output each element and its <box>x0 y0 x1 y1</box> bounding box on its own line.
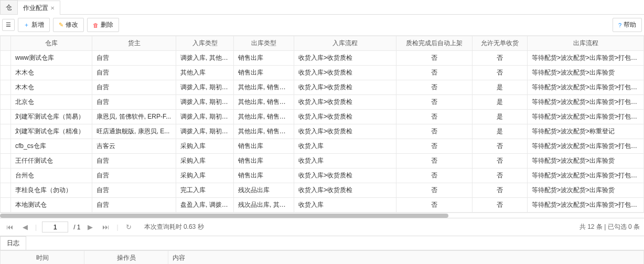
cell-out-type: 销售出库 <box>234 66 294 80</box>
cell-warehouse: 木木仓 <box>11 80 92 95</box>
cell-out-flow: 等待配货>波次配货>出库验货 <box>528 183 644 198</box>
cell-warehouse: 刘建军测试仓库（简易） <box>11 110 92 124</box>
table-row[interactable]: 刘建军测试仓库（简易）康恩贝, 笛佛软件, ERP-F...调拨入库, 期初库.… <box>1 110 644 124</box>
delete-button[interactable]: 🗑 删除 <box>87 18 119 32</box>
table-row[interactable]: www测试仓库自营调拨入库, 其他入库销售出库收货入库>收货质检否否等待配货>波… <box>1 51 644 66</box>
row-handle[interactable] <box>1 95 11 110</box>
cell-in-type: 调拨入库, 期初库... <box>176 124 234 139</box>
log-col-operator[interactable]: 操作员 <box>84 251 168 265</box>
last-page-icon[interactable]: ⏭ <box>100 223 111 231</box>
row-handle[interactable] <box>1 51 11 66</box>
cell-out-flow: 等待配货>波次配货>出库验货>打包登记 <box>528 198 644 213</box>
tab-warehouse[interactable]: 仓 <box>0 0 18 14</box>
col-in-flow[interactable]: 入库流程 <box>294 36 396 51</box>
cell-in-flow: 收货入库 <box>294 139 396 154</box>
scroll-thumb[interactable] <box>0 214 448 218</box>
table-row[interactable]: 木木仓自营其他入库销售出库收货入库>收货质检否否等待配货>波次配货>出库验货 <box>1 66 644 80</box>
table-row[interactable]: 王仟仟测试仓自营采购入库销售出库收货入库否否等待配货>波次配货>出库验货 <box>1 154 644 168</box>
table-row[interactable]: 木木仓自营调拨入库, 期初库...其他出库, 销售出...收货入库>收货质检否是… <box>1 80 644 95</box>
cell-in-type: 调拨入库, 其他入库 <box>176 51 234 66</box>
btn-label: 修改 <box>66 20 78 29</box>
add-button[interactable]: ＋ 新增 <box>18 18 50 32</box>
row-handle[interactable] <box>1 154 11 168</box>
table-row[interactable]: 李桂良仓库（勿动）自营完工入库残次品出库收货入库>收货质检否否等待配货>波次配货… <box>1 183 644 198</box>
cell-in-flow: 收货入库>收货质检 <box>294 95 396 110</box>
col-out-type[interactable]: 出库类型 <box>234 36 294 51</box>
cell-out-type: 销售出库 <box>234 168 294 183</box>
cell-allow: 是 <box>473 124 528 139</box>
col-checkbox[interactable] <box>1 36 11 51</box>
cell-in-flow: 收货入库 <box>294 198 396 213</box>
cell-warehouse: cfb_cs仓库 <box>11 139 92 154</box>
row-handle[interactable] <box>1 198 11 213</box>
cell-out-flow: 等待配货>波次配货>称重登记 <box>528 124 644 139</box>
table-row[interactable]: 北京仓自营调拨入库, 期初库...其他出库, 销售出...收货入库>收货质检否是… <box>1 95 644 110</box>
btn-label: 帮助 <box>624 20 636 29</box>
cell-out-flow: 等待配货>波次配货>出库验货>打包登记 <box>528 110 644 124</box>
tab-log[interactable]: 日志 <box>0 236 26 250</box>
cell-auto: 否 <box>396 66 473 80</box>
cell-warehouse: 本地测试仓 <box>11 198 92 213</box>
cell-in-flow: 收货入库>收货质检 <box>294 110 396 124</box>
cell-out-flow: 等待配货>波次配货>出库验货>打包登记 <box>528 139 644 154</box>
cell-allow: 否 <box>473 66 528 80</box>
pencil-icon: ✎ <box>59 22 63 28</box>
row-handle[interactable] <box>1 80 11 95</box>
btn-label: 新增 <box>31 20 44 29</box>
cell-warehouse: 王仟仟测试仓 <box>11 154 92 168</box>
col-warehouse[interactable]: 仓库 <box>11 36 92 51</box>
cell-owner: 自营 <box>92 168 176 183</box>
cell-out-flow: 等待配货>波次配货>出库验货>打包登记 <box>528 168 644 183</box>
horizontal-scrollbar[interactable] <box>0 213 644 218</box>
cell-auto: 否 <box>396 95 473 110</box>
row-handle[interactable] <box>1 124 11 139</box>
row-handle[interactable] <box>1 110 11 124</box>
table-row[interactable]: 刘建军测试仓库（精准）旺店通旗舰版, 康恩贝, E...调拨入库, 期初库...… <box>1 124 644 139</box>
cell-out-flow: 等待配货>波次配货>出库验货 <box>528 66 644 80</box>
col-auto-shelf[interactable]: 质检完成后自动上架 <box>396 36 473 51</box>
close-icon[interactable]: ✕ <box>50 5 55 11</box>
log-header-row: 时间 操作员 内容 <box>1 251 644 265</box>
table-row[interactable]: 本地测试仓自营盘盈入库, 调拨入...残次品出库, 其他...收货入库否否等待配… <box>1 198 644 213</box>
row-handle[interactable] <box>1 183 11 198</box>
menu-icon: ☰ <box>6 22 11 28</box>
menu-button[interactable]: ☰ <box>2 19 15 31</box>
row-handle[interactable] <box>1 139 11 154</box>
refresh-icon[interactable]: ↻ <box>124 223 134 231</box>
main-table: 仓库 货主 入库类型 出库类型 入库流程 质检完成后自动上架 允许无单收货 出库… <box>0 36 644 213</box>
cell-owner: 自营 <box>92 183 176 198</box>
row-handle[interactable] <box>1 168 11 183</box>
cell-in-flow: 收货入库>收货质检 <box>294 80 396 95</box>
table-row[interactable]: cfb_cs仓库吉客云采购入库销售出库收货入库否否等待配货>波次配货>出库验货>… <box>1 139 644 154</box>
help-button[interactable]: ? 帮助 <box>613 18 642 32</box>
cell-in-type: 其他入库 <box>176 66 234 80</box>
log-col-time[interactable]: 时间 <box>1 251 84 265</box>
col-in-type[interactable]: 入库类型 <box>176 36 234 51</box>
col-allow-noorder[interactable]: 允许无单收货 <box>473 36 528 51</box>
cell-in-flow: 收货入库>收货质检 <box>294 66 396 80</box>
edit-button[interactable]: ✎ 修改 <box>53 18 84 32</box>
cell-auto: 否 <box>396 139 473 154</box>
cell-out-type: 其他出库, 销售出... <box>234 110 294 124</box>
query-time: 本次查询耗时 0.63 秒 <box>144 223 204 231</box>
log-col-content[interactable]: 内容 <box>168 251 644 265</box>
cell-out-type: 其他出库, 销售出... <box>234 80 294 95</box>
col-owner[interactable]: 货主 <box>92 36 176 51</box>
cell-allow: 否 <box>473 198 528 213</box>
cell-owner: 自营 <box>92 198 176 213</box>
col-out-flow[interactable]: 出库流程 <box>528 36 644 51</box>
cell-owner: 自营 <box>92 95 176 110</box>
cell-in-type: 采购入库 <box>176 168 234 183</box>
cell-auto: 否 <box>396 51 473 66</box>
page-input[interactable] <box>42 221 68 233</box>
row-handle[interactable] <box>1 66 11 80</box>
first-page-icon[interactable]: ⏮ <box>4 223 15 231</box>
tab-job-config[interactable]: 作业配置 ✕ <box>17 1 60 15</box>
prev-page-icon[interactable]: ◀ <box>20 223 30 231</box>
cell-owner: 自营 <box>92 80 176 95</box>
table-row[interactable]: 台州仓自营采购入库销售出库收货入库>收货质检否否等待配货>波次配货>出库验货>打… <box>1 168 644 183</box>
cell-auto: 否 <box>396 168 473 183</box>
next-page-icon[interactable]: ▶ <box>85 223 95 231</box>
cell-warehouse: 台州仓 <box>11 168 92 183</box>
pager: ⏮ ◀ | / 1 ▶ ⏭ | ↻ 本次查询耗时 0.63 秒 共 12 条 |… <box>0 218 644 236</box>
